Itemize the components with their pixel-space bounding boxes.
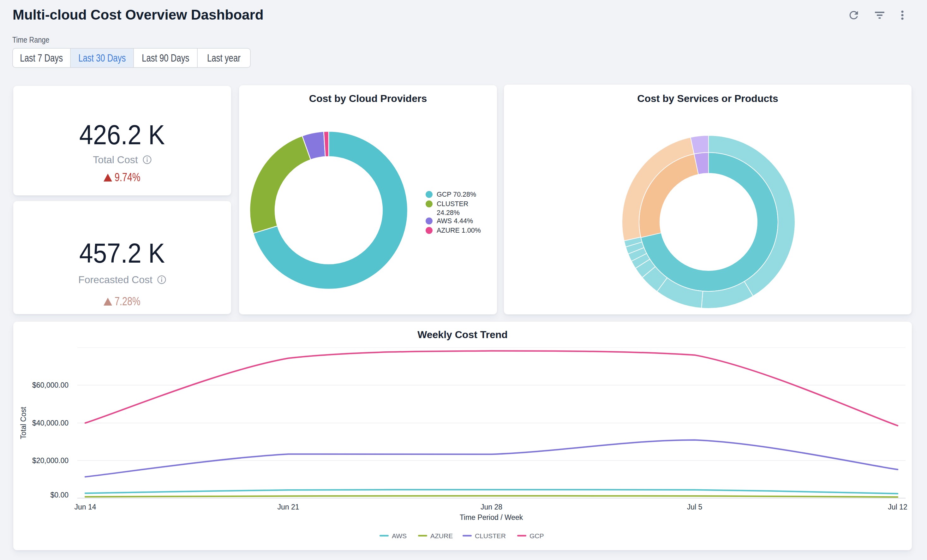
svg-text:CLUSTER: CLUSTER xyxy=(437,200,468,208)
svg-text:GCP: GCP xyxy=(529,532,544,539)
svg-text:$20,000.00: $20,000.00 xyxy=(32,457,68,465)
svg-text:Jun 28: Jun 28 xyxy=(480,503,502,511)
svg-text:Time Period / Week: Time Period / Week xyxy=(460,513,523,522)
svg-text:AWS: AWS xyxy=(392,532,407,539)
svg-text:AZURE 1.00%: AZURE 1.00% xyxy=(437,227,481,234)
svg-text:Total Cost: Total Cost xyxy=(19,407,27,439)
svg-text:$40,000.00: $40,000.00 xyxy=(32,419,68,427)
svg-text:24.28%: 24.28% xyxy=(437,209,460,217)
svg-text:Jul 12: Jul 12 xyxy=(888,503,907,511)
svg-text:AWS 4.44%: AWS 4.44% xyxy=(437,217,473,225)
svg-text:Jun 14: Jun 14 xyxy=(74,503,96,511)
svg-text:CLUSTER: CLUSTER xyxy=(475,532,506,539)
svg-text:AZURE: AZURE xyxy=(430,532,453,539)
svg-text:$60,000.00: $60,000.00 xyxy=(32,381,68,389)
svg-text:Jul 5: Jul 5 xyxy=(687,503,702,511)
svg-text:$0.00: $0.00 xyxy=(50,491,68,499)
svg-text:GCP 70.28%: GCP 70.28% xyxy=(437,191,476,198)
svg-text:Jun 21: Jun 21 xyxy=(277,503,299,511)
